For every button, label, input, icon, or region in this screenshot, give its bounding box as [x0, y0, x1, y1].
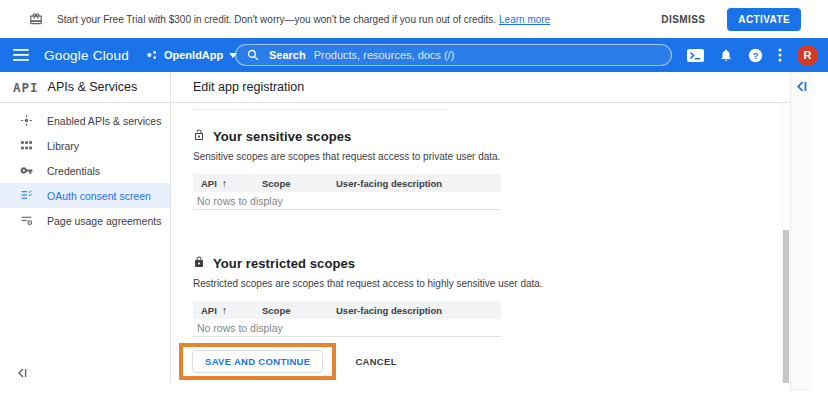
svg-text:?: ? — [753, 50, 759, 60]
consent-screen-icon — [19, 189, 33, 202]
section-description: Restricted scopes are scopes that reques… — [193, 278, 623, 289]
table-header-row: API↑ Scope User-facing description — [193, 174, 501, 192]
table-header-row: API↑ Scope User-facing description — [193, 301, 501, 319]
sidebar-item-label: Page usage agreements — [47, 215, 161, 227]
sidebar-header: API APIs & Services — [0, 72, 170, 103]
column-label: API — [201, 305, 217, 316]
project-icon — [146, 49, 158, 61]
main-header: Edit app registration — [172, 72, 790, 103]
appbar-actions: ? R — [687, 38, 818, 72]
column-header-scope[interactable]: Scope — [262, 178, 336, 189]
collapse-panel-icon[interactable] — [796, 81, 807, 92]
dismiss-button[interactable]: DISMISS — [661, 14, 705, 25]
lock-icon — [193, 254, 205, 272]
form-actions: SAVE AND CONTINUE CANCEL — [179, 343, 397, 380]
section-title: Your restricted scopes — [213, 256, 355, 271]
sidebar-item-oauth-consent-screen[interactable]: OAuth consent screen — [0, 183, 170, 208]
learn-more-link[interactable]: Learn more — [499, 14, 550, 25]
column-header-api[interactable]: API↑ — [193, 177, 262, 189]
restricted-scopes-section: Your restricted scopes Restricted scopes… — [193, 255, 623, 337]
sidebar-item-label: Credentials — [47, 165, 100, 177]
project-selector[interactable]: OpenIdApp — [146, 49, 237, 61]
sort-ascending-icon: ↑ — [222, 304, 227, 316]
column-header-scope[interactable]: Scope — [262, 305, 336, 316]
empty-table-message: No rows to display — [193, 319, 501, 337]
banner-message: Start your Free Trial with $300 in credi… — [57, 14, 550, 25]
gift-icon — [29, 12, 43, 26]
restricted-scopes-table: API↑ Scope User-facing description No ro… — [193, 301, 501, 337]
main-panel: Edit app registration Your sensitive sco… — [172, 72, 790, 383]
sidebar-item-label: Enabled APIs & services — [47, 115, 161, 127]
sidebar-title: APIs & Services — [48, 80, 138, 94]
search-icon — [247, 49, 259, 61]
sensitive-scopes-section: Your sensitive scopes Sensitive scopes a… — [193, 128, 623, 210]
sidebar-item-page-usage-agreements[interactable]: Page usage agreements — [0, 208, 170, 233]
sidebar-item-label: OAuth consent screen — [47, 190, 151, 202]
collapse-sidebar-icon[interactable] — [17, 368, 27, 378]
partial-divider — [193, 109, 448, 110]
key-icon — [19, 164, 33, 177]
more-vert-icon[interactable] — [778, 48, 782, 62]
scrollbar-track[interactable] — [782, 103, 789, 383]
column-header-description[interactable]: User-facing description — [336, 178, 501, 189]
enabled-apis-icon — [19, 114, 33, 127]
cancel-button[interactable]: CANCEL — [355, 356, 396, 367]
activate-button[interactable]: ACTIVATE — [727, 8, 801, 31]
app-bar: Google Cloud OpenIdApp Search Products, … — [0, 38, 828, 72]
empty-table-message: No rows to display — [193, 192, 501, 210]
search-input[interactable]: Search Products, resources, docs (/) — [235, 44, 672, 66]
lock-open-icon — [193, 127, 205, 145]
main-content: Your sensitive scopes Sensitive scopes a… — [172, 103, 790, 383]
sidebar-item-enabled-apis[interactable]: Enabled APIs & services — [0, 108, 170, 133]
agreements-icon — [19, 214, 33, 227]
scrollbar-thumb[interactable] — [783, 230, 789, 383]
page-title: Edit app registration — [193, 80, 304, 94]
column-header-api[interactable]: API↑ — [193, 304, 262, 316]
sidebar-item-library[interactable]: Library — [0, 133, 170, 158]
help-icon[interactable]: ? — [748, 48, 763, 63]
right-panel-gutter — [790, 72, 812, 390]
notifications-bell-icon[interactable] — [719, 48, 733, 62]
hamburger-menu-icon[interactable] — [13, 49, 29, 61]
search-placeholder: Products, resources, docs (/) — [314, 49, 455, 61]
banner-text: Start your Free Trial with $300 in credi… — [57, 14, 496, 25]
sensitive-scopes-table: API↑ Scope User-facing description No ro… — [193, 174, 501, 210]
account-avatar[interactable]: R — [797, 45, 818, 66]
column-label: API — [201, 178, 217, 189]
project-name: OpenIdApp — [164, 49, 223, 61]
column-header-description[interactable]: User-facing description — [336, 305, 501, 316]
section-description: Sensitive scopes are scopes that request… — [193, 151, 623, 162]
sidebar-item-label: Library — [47, 140, 79, 152]
cloud-shell-icon[interactable] — [687, 49, 704, 62]
section-title: Your sensitive scopes — [213, 129, 351, 144]
highlight-annotation: SAVE AND CONTINUE — [179, 343, 336, 380]
save-and-continue-button[interactable]: SAVE AND CONTINUE — [192, 350, 323, 373]
api-logo: API — [13, 80, 39, 95]
sidebar-item-credentials[interactable]: Credentials — [0, 158, 170, 183]
free-trial-banner: Start your Free Trial with $300 in credi… — [0, 0, 828, 38]
google-cloud-logo[interactable]: Google Cloud — [44, 48, 129, 63]
library-icon — [19, 139, 33, 152]
google-cloud-console: Start your Free Trial with $300 in credi… — [0, 0, 828, 414]
sort-ascending-icon: ↑ — [222, 177, 227, 189]
sidebar: API APIs & Services Enabled APIs & servi… — [0, 72, 171, 383]
search-label: Search — [269, 49, 306, 61]
